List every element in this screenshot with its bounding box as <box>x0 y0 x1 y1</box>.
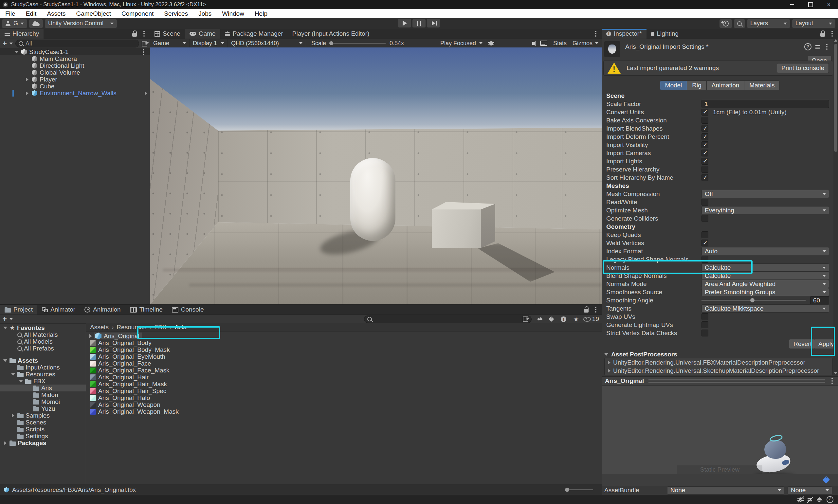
kebab-menu-icon[interactable] <box>832 33 833 34</box>
cloud-services-button[interactable] <box>29 19 43 28</box>
asset-preview-area[interactable]: Static Preview <box>602 385 838 474</box>
checkbox-checked[interactable] <box>701 158 708 165</box>
tab-inspector[interactable]: i Inspector* <box>602 29 646 39</box>
setting-row-blend-shape-normals[interactable]: Blend Shape NormalsCalculate <box>602 272 834 280</box>
scrollbar-thumb[interactable] <box>834 44 837 152</box>
checkbox-checked[interactable] <box>701 239 708 247</box>
preview-drag-handle[interactable] <box>648 379 825 383</box>
expand-arrow-icon[interactable] <box>12 414 14 418</box>
expand-arrow-icon[interactable] <box>15 51 19 53</box>
mode-tab-materials[interactable]: Materials <box>744 80 780 90</box>
checkbox-unchecked[interactable] <box>701 329 708 337</box>
project-tree-item-scenes[interactable]: Scenes <box>0 419 86 426</box>
pause-button[interactable] <box>412 19 426 28</box>
scroll-down-icon[interactable] <box>834 372 837 374</box>
setting-row-import-deform-percent[interactable]: Import Deform Percent <box>602 132 834 141</box>
play-focused-dropdown[interactable]: Play Focused <box>437 39 486 48</box>
file-item-aris-original-face[interactable]: Aris_Original_Face <box>86 360 602 367</box>
tab-game[interactable]: Game <box>185 29 220 39</box>
debug-bug-icon[interactable] <box>489 41 493 46</box>
menu-item-gameobject[interactable]: GameObject <box>71 10 116 17</box>
kebab-menu-icon[interactable] <box>826 46 827 48</box>
tab-package-manager[interactable]: Package Manager <box>220 29 288 39</box>
checkbox-unchecked[interactable] <box>701 231 708 238</box>
tab-player-input-actions-editor[interactable]: Player (Input Actions Editor) <box>288 29 374 39</box>
project-tree-item-favorites[interactable]: ★Favorites <box>0 324 86 331</box>
resolution-dropdown[interactable]: QHD (2560x1440) <box>228 39 306 48</box>
add-object-button[interactable]: + <box>3 40 7 47</box>
setting-row-sort-hierarchy-by-name[interactable]: Sort Hierarchy By Name <box>602 174 834 182</box>
tab-timeline[interactable]: Timeline <box>125 305 167 314</box>
file-item-aris-original-weapon[interactable]: Aris_Original_Weapon <box>86 401 602 408</box>
kebab-menu-icon[interactable] <box>595 309 596 310</box>
slider-handle[interactable] <box>750 298 754 302</box>
checkbox-unchecked[interactable] <box>701 321 708 328</box>
dropdown-optimize-mesh[interactable]: Everything <box>701 206 829 214</box>
menu-item-jobs[interactable]: Jobs <box>193 10 217 17</box>
hidden-items-counter[interactable]: 19 <box>583 316 599 323</box>
setting-row-index-format[interactable]: Index FormatAuto <box>602 247 834 255</box>
create-asset-button[interactable]: + <box>3 316 7 323</box>
layout-dropdown[interactable]: Layout <box>792 19 835 28</box>
setting-row-weld-vertices[interactable]: Weld Vertices <box>602 239 834 247</box>
dropdown-smoothness-source[interactable]: Prefer Smoothing Groups <box>701 288 829 296</box>
presets-icon[interactable] <box>816 45 820 49</box>
play-button[interactable] <box>398 19 411 28</box>
menu-item-file[interactable]: File <box>0 10 21 17</box>
project-tree-item-settings[interactable]: Settings <box>0 433 86 439</box>
maximize-button[interactable] <box>801 0 820 9</box>
tab-animator[interactable]: Animator <box>37 305 80 314</box>
project-tree-item-fbx[interactable]: FBX <box>0 378 86 384</box>
kebab-menu-icon[interactable] <box>595 33 596 34</box>
mode-tab-model[interactable]: Model <box>660 80 688 90</box>
dropdown-normals[interactable]: Calculate <box>701 264 829 272</box>
menu-item-edit[interactable]: Edit <box>21 10 42 17</box>
setting-row-mesh-compression[interactable]: Mesh CompressionOff <box>602 190 834 198</box>
display-target-dropdown[interactable]: Display 1 <box>190 39 228 48</box>
breadcrumb-item-resources[interactable]: Resources <box>117 324 146 331</box>
expand-arrow-icon[interactable] <box>26 91 29 95</box>
checkbox-unchecked[interactable] <box>701 166 708 173</box>
thumbnail-size-slider[interactable] <box>565 489 593 490</box>
version-control-dropdown[interactable]: Unity Version Control <box>45 19 117 28</box>
collapse-arrow-icon[interactable] <box>3 327 7 329</box>
kebab-menu-icon[interactable] <box>143 33 145 34</box>
menu-item-window[interactable]: Window <box>217 10 249 17</box>
setting-row-tangents[interactable]: TangentsCalculate Mikktspace <box>602 304 834 312</box>
account-dropdown[interactable]: G <box>2 19 27 28</box>
picker-icon[interactable] <box>142 41 147 47</box>
tab-lighting[interactable]: Lighting <box>646 29 683 39</box>
menu-item-services[interactable]: Services <box>159 10 193 17</box>
mode-tab-animation[interactable]: Animation <box>707 80 745 90</box>
revert-button[interactable]: Revert <box>789 339 816 349</box>
mode-tab-rig[interactable]: Rig <box>687 80 707 90</box>
importance-filter-button[interactable]: ! <box>558 316 569 323</box>
project-tree-item-all-models[interactable]: All Models <box>0 338 86 345</box>
file-item-aris-original-body-mask[interactable]: Aris_Original_Body_Mask <box>86 346 602 353</box>
setting-row-legacy-blend-shape-normals[interactable]: Legacy Blend Shape Normals <box>602 255 834 264</box>
file-item-aris-original-weapon-mask[interactable]: Aris_Original_Weapon_Mask <box>86 408 602 415</box>
assetbundle-variant-dropdown[interactable]: None <box>788 486 832 494</box>
text-field-scale-factor[interactable]: 1 <box>701 100 829 108</box>
mute-messages-icon[interactable] <box>807 498 812 500</box>
setting-row-import-cameras[interactable]: Import Cameras <box>602 149 834 157</box>
hierarchy-item-cube[interactable]: Cube <box>0 83 150 90</box>
expand-arrow-icon[interactable] <box>89 334 92 338</box>
scroll-up-icon[interactable] <box>834 39 837 41</box>
setting-row-strict-vertex-data-checks[interactable]: Strict Vertex Data Checks <box>602 329 834 337</box>
checkbox-checked[interactable] <box>701 149 708 157</box>
vsync-icon[interactable] <box>540 40 547 46</box>
setting-row-optimize-mesh[interactable]: Optimize MeshEverything <box>602 206 834 214</box>
checkbox-checked[interactable] <box>701 133 708 140</box>
breadcrumb-item-assets[interactable]: Assets <box>90 324 109 331</box>
kebab-menu-icon[interactable] <box>143 51 144 53</box>
setting-row-bake-axis-conversion[interactable]: Bake Axis Conversion <box>602 116 834 124</box>
tab-animation[interactable]: Animation <box>80 305 125 314</box>
project-tree-item-assets[interactable]: Assets <box>0 357 86 364</box>
breadcrumb-item-aris[interactable]: Aris <box>175 324 186 331</box>
status-ok-icon[interactable] <box>826 496 834 503</box>
file-item-aris-original[interactable]: Aris_Original <box>86 332 602 339</box>
menu-item-help[interactable]: Help <box>249 10 273 17</box>
checkbox-checked[interactable] <box>701 174 708 181</box>
hierarchy-item-player[interactable]: Player <box>0 76 150 83</box>
